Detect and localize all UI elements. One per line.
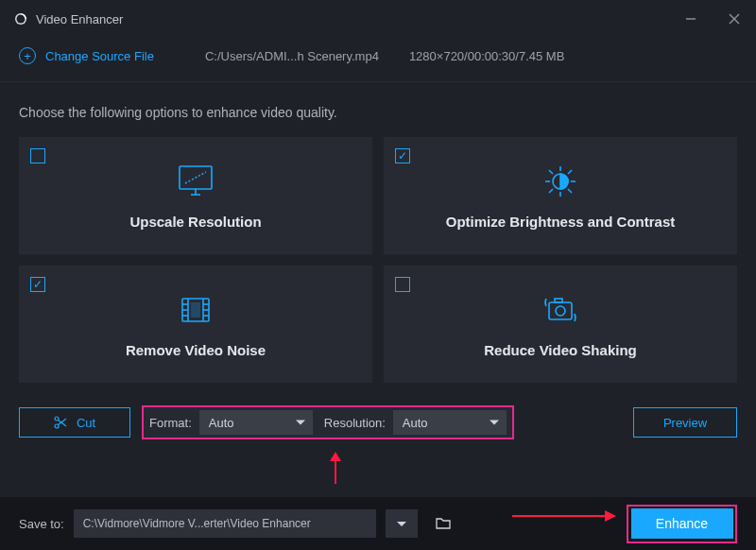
annotation-arrow-up bbox=[326, 452, 345, 484]
cut-label: Cut bbox=[77, 416, 95, 430]
bottom-bar: Save to: C:\Vidmore\Vidmore V...erter\Vi… bbox=[0, 497, 756, 550]
svg-point-31 bbox=[55, 417, 59, 421]
svg-rect-27 bbox=[191, 302, 200, 318]
scissors-icon bbox=[54, 416, 67, 429]
resolution-label: Resolution: bbox=[324, 416, 386, 430]
svg-line-16 bbox=[568, 170, 572, 174]
svg-line-17 bbox=[549, 189, 553, 193]
source-row: + Change Source File C:/Users/ADMI...h S… bbox=[0, 38, 756, 82]
card-remove-noise[interactable]: Remove Video Noise bbox=[19, 266, 372, 383]
film-icon bbox=[174, 291, 217, 329]
checkbox[interactable] bbox=[30, 148, 45, 163]
cut-button[interactable]: Cut bbox=[19, 407, 130, 438]
svg-point-29 bbox=[556, 306, 565, 316]
change-source-button[interactable]: + Change Source File bbox=[19, 47, 154, 64]
format-dropdown[interactable]: Auto bbox=[199, 410, 313, 435]
preview-button[interactable]: Preview bbox=[633, 407, 737, 438]
save-path: C:\Vidmore\Vidmore V...erter\Video Enhan… bbox=[83, 517, 311, 530]
plus-icon: + bbox=[19, 47, 36, 64]
svg-marker-36 bbox=[330, 452, 341, 461]
svg-marker-38 bbox=[605, 510, 616, 522]
card-label: Reduce Video Shaking bbox=[484, 342, 636, 358]
checkbox[interactable] bbox=[395, 277, 410, 292]
minimize-icon bbox=[685, 13, 696, 25]
close-button[interactable] bbox=[713, 0, 756, 38]
format-settings-group: Format: Auto Resolution: Auto bbox=[142, 405, 514, 439]
svg-line-34 bbox=[58, 419, 66, 425]
preview-label: Preview bbox=[663, 416, 707, 430]
open-folder-button[interactable] bbox=[427, 509, 459, 538]
enhance-cards: Upscale Resolution Optimize Brightness a… bbox=[0, 137, 756, 383]
card-label: Optimize Brightness and Contrast bbox=[446, 214, 676, 230]
card-label: Remove Video Noise bbox=[126, 342, 266, 358]
close-icon bbox=[729, 13, 740, 25]
card-label: Upscale Resolution bbox=[129, 214, 261, 230]
checkbox[interactable] bbox=[30, 277, 45, 292]
change-source-label: Change Source File bbox=[45, 49, 154, 63]
camera-shake-icon bbox=[539, 291, 582, 329]
svg-line-33 bbox=[58, 421, 66, 427]
resolution-value: Auto bbox=[403, 416, 428, 430]
enhance-button[interactable]: Enhance bbox=[631, 508, 733, 539]
app-icon bbox=[13, 11, 28, 26]
save-path-dropdown[interactable] bbox=[386, 509, 418, 538]
save-to-label: Save to: bbox=[19, 517, 64, 531]
folder-icon bbox=[436, 517, 451, 530]
enhance-highlight: Enhance bbox=[627, 505, 737, 543]
source-info: 1280×720/00:00:30/7.45 MB bbox=[409, 49, 564, 63]
enhance-label: Enhance bbox=[656, 516, 708, 531]
save-path-box[interactable]: C:\Vidmore\Vidmore V...erter\Video Enhan… bbox=[74, 509, 376, 538]
card-optimize-brightness[interactable]: Optimize Brightness and Contrast bbox=[384, 137, 737, 254]
svg-line-14 bbox=[549, 170, 553, 174]
resolution-dropdown[interactable]: Auto bbox=[393, 410, 507, 435]
app-title: Video Enhancer bbox=[36, 12, 123, 26]
card-reduce-shaking[interactable]: Reduce Video Shaking bbox=[384, 266, 737, 383]
card-upscale-resolution[interactable]: Upscale Resolution bbox=[19, 137, 372, 254]
options-row: Cut Format: Auto Resolution: Auto Previe… bbox=[0, 383, 756, 439]
svg-line-15 bbox=[568, 189, 572, 193]
minimize-button[interactable] bbox=[669, 0, 713, 38]
checkbox[interactable] bbox=[395, 148, 410, 163]
format-label: Format: bbox=[149, 416, 192, 430]
format-value: Auto bbox=[209, 416, 234, 430]
brightness-icon bbox=[539, 163, 582, 200]
source-path: C:/Users/ADMI...h Scenery.mp4 bbox=[205, 49, 379, 63]
svg-rect-30 bbox=[555, 299, 562, 302]
titlebar: Video Enhancer bbox=[0, 0, 756, 38]
svg-rect-28 bbox=[549, 302, 572, 319]
monitor-icon bbox=[174, 163, 217, 200]
svg-point-32 bbox=[55, 424, 59, 428]
svg-line-6 bbox=[185, 172, 206, 183]
subtitle: Choose the following options to enhance … bbox=[0, 82, 756, 137]
annotation-arrow-right bbox=[512, 507, 616, 525]
